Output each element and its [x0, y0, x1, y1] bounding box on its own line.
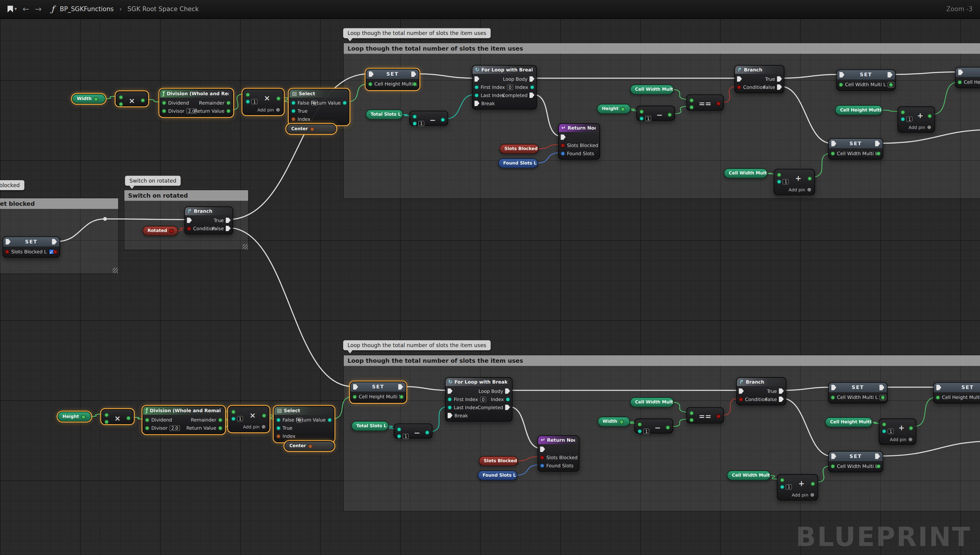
float-pin[interactable] [277, 96, 281, 101]
exec-pin[interactable] [879, 385, 884, 390]
int-pin[interactable] [448, 405, 452, 409]
add-pin-label[interactable]: Add pin [792, 492, 808, 498]
float-pin[interactable] [400, 395, 404, 399]
int-pin[interactable] [277, 418, 281, 422]
node-branch[interactable]: ↱BranchConditionTrueFalse [184, 206, 233, 234]
bool-pin[interactable] [5, 249, 10, 254]
exec-pin[interactable] [875, 141, 880, 146]
set-node-cell-width-multi-l[interactable]: SETCell Width Multi L0 [828, 382, 887, 403]
enum-pin[interactable] [291, 117, 296, 121]
exec-pin[interactable] [936, 385, 942, 390]
node-for-loop-with-break[interactable]: ↻For Loop with BreakFirst Index0Last Ind… [445, 377, 512, 422]
node-return-node[interactable]: ↵Return NodeSlots BlockedFound Slots [558, 123, 600, 159]
variable-get-center[interactable]: Center [285, 441, 334, 451]
int-pin[interactable] [475, 85, 479, 89]
pin-value-field[interactable]: 1 [786, 484, 793, 490]
int-pin[interactable] [882, 429, 886, 433]
float-pin[interactable] [141, 98, 145, 103]
float-pin[interactable] [901, 110, 905, 114]
exec-pin[interactable] [839, 72, 844, 78]
int-pin[interactable] [412, 121, 417, 126]
comment-title[interactable]: Set blocked [0, 198, 118, 209]
add-pin-label[interactable]: Add pin [257, 107, 274, 112]
variable-get-total-slots-l[interactable]: Total Slots L [366, 109, 403, 119]
float-pin[interactable] [262, 413, 267, 418]
set-node-cell-height-multi-l[interactable]: SETCell Height Multi L [350, 382, 406, 403]
graph-canvas[interactable]: BLUEPRINT Loop though the total number o… [0, 0, 980, 555]
bool-pin[interactable] [169, 229, 174, 233]
float-pin[interactable] [82, 414, 86, 419]
add-pin-icon[interactable]: ⊕ [810, 492, 814, 498]
int-pin[interactable] [291, 109, 296, 113]
pin-value-field[interactable]: 1 [643, 428, 650, 434]
node-select[interactable]: ▤SelectFalse0TrueIndexReturn Value [274, 406, 334, 442]
op-node-add[interactable]: 1+Add pin⊕ [777, 474, 818, 500]
add-pin-icon[interactable]: ⊕ [908, 436, 913, 442]
float-pin[interactable] [689, 105, 694, 109]
exec-pin[interactable] [779, 396, 784, 402]
float-pin[interactable] [958, 80, 962, 84]
float-pin[interactable] [218, 426, 223, 430]
object-pin[interactable] [561, 151, 565, 156]
add-pin-icon[interactable]: ⊕ [807, 187, 811, 193]
variable-get-slots-blocked-l[interactable]: Slots Blocked L [499, 144, 539, 154]
int-pin[interactable] [291, 100, 296, 105]
op-node-add[interactable]: 1+Add pin⊕ [774, 169, 815, 195]
op-node-subtract[interactable]: 1− [394, 423, 433, 438]
node-division-whole-and-remainder[interactable]: ƒDivision (Whole and Remainder)DividendD… [142, 406, 225, 434]
enum-pin[interactable] [277, 434, 281, 438]
float-pin[interactable] [889, 82, 893, 87]
exec-pin[interactable] [505, 388, 510, 394]
set-node-cell-height-multi-l[interactable]: SETCell Height Multi L [955, 67, 980, 88]
exec-pin[interactable] [887, 72, 893, 78]
variable-get-cell-width-multi-l[interactable]: Cell Width Multi L [630, 84, 674, 94]
op-node-add[interactable]: 1+Add pin⊕ [879, 419, 916, 445]
float-pin[interactable] [639, 109, 644, 114]
op-node-multiply[interactable]: 1×Add pin⊕ [228, 406, 269, 432]
float-pin[interactable] [909, 426, 913, 430]
set-node-cell-height-multi-l[interactable]: SETCell Height Multi L [366, 69, 419, 90]
float-pin[interactable] [218, 418, 223, 422]
float-pin[interactable] [162, 109, 166, 113]
float-pin[interactable] [689, 418, 694, 422]
add-pin-icon[interactable]: ⊕ [261, 424, 265, 430]
float-pin[interactable] [126, 416, 131, 420]
float-pin[interactable] [226, 100, 231, 105]
exec-pin[interactable] [831, 385, 836, 390]
variable-get-cell-height-multi-l[interactable]: Cell Height Multi L [825, 417, 873, 427]
int-pin[interactable] [343, 100, 347, 105]
bool-pin[interactable] [561, 143, 565, 148]
exec-pin[interactable] [353, 384, 358, 390]
op-node-multiply[interactable]: × [116, 91, 148, 106]
float-pin[interactable] [927, 114, 932, 118]
bool-pin[interactable] [187, 226, 192, 231]
float-pin[interactable] [231, 410, 236, 414]
float-pin[interactable] [145, 426, 150, 430]
float-pin[interactable] [876, 151, 881, 156]
int-pin[interactable] [638, 429, 642, 433]
variable-get-cell-width-multi-l[interactable]: Cell Width Multi L [630, 397, 674, 407]
exec-pin[interactable] [875, 454, 880, 459]
int-pin[interactable] [448, 397, 452, 401]
exec-pin[interactable] [369, 71, 374, 77]
float-pin[interactable] [689, 411, 694, 415]
int-pin[interactable] [780, 485, 785, 489]
comment-box-set-blocked[interactable]: Set blocked [0, 198, 118, 274]
exec-pin[interactable] [398, 384, 403, 390]
comment-title[interactable]: Loop though the total number of slots th… [344, 43, 980, 54]
float-pin[interactable] [780, 478, 785, 483]
exec-pin[interactable] [831, 454, 836, 459]
set-node-cell-width-multi-l[interactable]: SETCell Width Multi L [828, 138, 883, 160]
float-pin[interactable] [353, 395, 357, 399]
bookmark-button[interactable]: ▾ [8, 6, 17, 13]
int-pin[interactable] [397, 427, 401, 431]
exec-pin[interactable] [505, 404, 510, 410]
float-pin[interactable] [94, 97, 98, 101]
int-pin[interactable] [639, 116, 644, 120]
exec-pin[interactable] [187, 217, 192, 223]
node-for-loop-with-break[interactable]: ↻For Loop with BreakFirst Index0Last Ind… [472, 65, 537, 109]
int-pin[interactable] [397, 434, 401, 438]
op-node-subtract[interactable]: 1− [409, 111, 448, 126]
op-node-equals[interactable]: == [686, 407, 724, 423]
float-pin[interactable] [882, 422, 886, 427]
